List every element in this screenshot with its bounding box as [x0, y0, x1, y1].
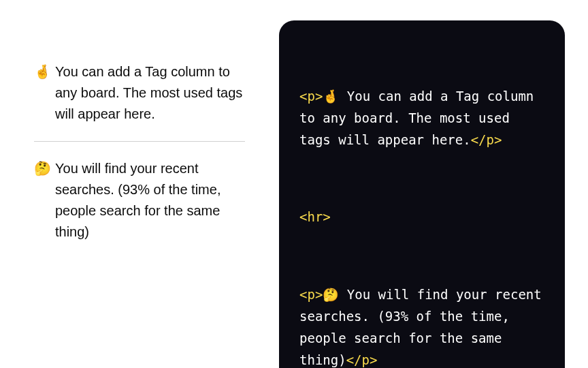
rendered-paragraph-1: 🤞 You can add a Tag column to any board.…: [34, 61, 245, 125]
hr-tag: <hr>: [299, 209, 331, 224]
rendered-preview: 🤞 You can add a Tag column to any board.…: [14, 20, 265, 243]
code-emoji-2: 🤔: [323, 287, 339, 302]
rendered-paragraph-2-text: You will find your recent searches. (93%…: [55, 158, 245, 243]
code-line-hr: <hr>: [299, 206, 544, 228]
code-panel: <p>🤞 You can add a Tag column to any boa…: [279, 20, 565, 368]
p-open-tag: <p>: [299, 89, 323, 104]
rendered-paragraph-2: 🤔 You will find your recent searches. (9…: [34, 158, 245, 243]
code-block: <p>🤞 You can add a Tag column to any boa…: [299, 42, 544, 368]
thinking-face-icon: 🤔: [34, 158, 51, 179]
p-open-tag-2: <p>: [299, 287, 323, 302]
code-line-2: <p>🤔 You will find your recent searches.…: [299, 284, 544, 368]
code-line-1: <p>🤞 You can add a Tag column to any boa…: [299, 86, 544, 151]
p-close-tag-2: </p>: [346, 352, 378, 367]
fingers-crossed-icon: 🤞: [34, 61, 51, 82]
rendered-divider: [34, 141, 245, 142]
code-emoji-1: 🤞: [323, 89, 339, 104]
p-close-tag: </p>: [471, 132, 502, 147]
rendered-paragraph-1-text: You can add a Tag column to any board. T…: [55, 61, 245, 125]
